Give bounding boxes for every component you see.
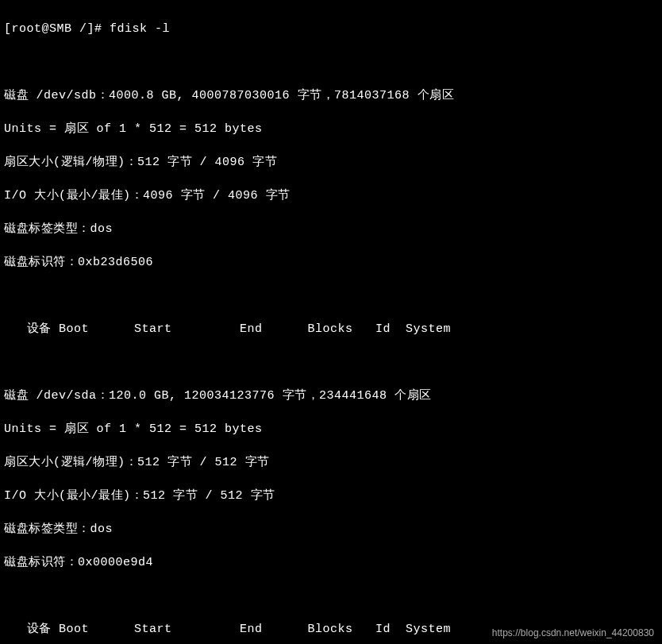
disk-sdb-label-type: 磁盘标签类型：dos xyxy=(4,221,658,237)
disk-sdb-units: Units = 扇区 of 1 * 512 = 512 bytes xyxy=(4,121,658,137)
disk-sda-io-size: I/O 大小(最小/最佳)：512 字节 / 512 字节 xyxy=(4,488,658,504)
terminal-output: [root@SMB /]# fdisk -l 磁盘 /dev/sdb：4000.… xyxy=(4,4,658,644)
disk-sdb-sector-size: 扇区大小(逻辑/物理)：512 字节 / 4096 字节 xyxy=(4,154,658,171)
blank-line xyxy=(4,354,658,371)
disk-sda-label-type: 磁盘标签类型：dos xyxy=(4,521,658,538)
blank-line xyxy=(4,588,658,604)
disk-sda-identifier: 磁盘标识符：0x0000e9d4 xyxy=(4,554,658,571)
command-prompt[interactable]: [root@SMB /]# fdisk -l xyxy=(4,21,658,37)
watermark-text: https://blog.csdn.net/weixin_44200830 xyxy=(492,627,654,640)
disk-sdb-table-header: 设备 Boot Start End Blocks Id System xyxy=(4,321,658,337)
blank-line xyxy=(4,287,658,304)
disk-sdb-identifier: 磁盘标识符：0xb23d6506 xyxy=(4,254,658,271)
disk-sda-header: 磁盘 /dev/sda：120.0 GB, 120034123776 字节，23… xyxy=(4,388,658,404)
disk-sdb-header: 磁盘 /dev/sdb：4000.8 GB, 4000787030016 字节，… xyxy=(4,87,658,104)
disk-sdb-io-size: I/O 大小(最小/最佳)：4096 字节 / 4096 字节 xyxy=(4,187,658,204)
disk-sda-units: Units = 扇区 of 1 * 512 = 512 bytes xyxy=(4,421,658,438)
disk-sda-sector-size: 扇区大小(逻辑/物理)：512 字节 / 512 字节 xyxy=(4,454,658,471)
blank-line xyxy=(4,54,658,71)
